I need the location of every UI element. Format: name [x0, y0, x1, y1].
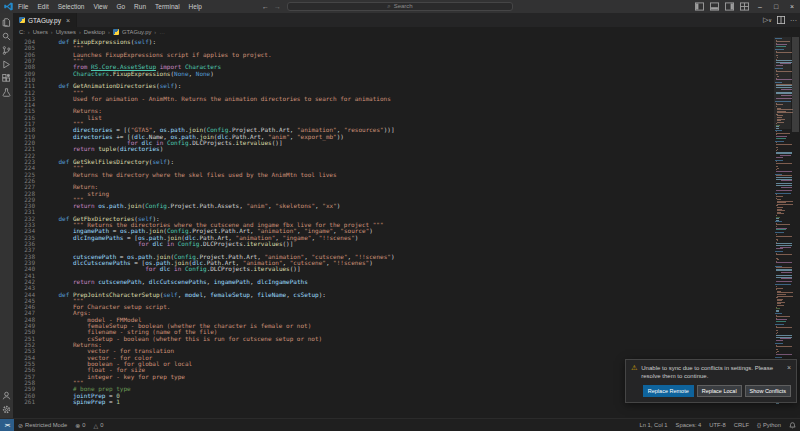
- status-0[interactable]: ⊗0: [71, 419, 89, 431]
- minimize-button[interactable]: –: [752, 0, 768, 13]
- more-actions-icon[interactable]: ···: [790, 17, 797, 24]
- breadcrumb-separator: ›: [28, 29, 30, 35]
- editor-tab-bar: GTAGuy.py ×: [13, 13, 800, 27]
- code-text: Used for animation - AnimMtn. Returns th…: [44, 96, 391, 102]
- breadcrumb-item[interactable]: Desktop: [84, 29, 105, 35]
- show-conflicts-button[interactable]: Show Conflicts: [745, 385, 791, 397]
- menu-bar: FileEditSelectionViewGoRunTerminalHelp: [18, 3, 202, 10]
- search-label: Search: [394, 3, 413, 9]
- status-restricted-mode[interactable]: ⊘Restricted Mode: [14, 419, 71, 431]
- menu-terminal[interactable]: Terminal: [155, 3, 180, 10]
- breadcrumb-item[interactable]: Users: [33, 29, 48, 35]
- status-bar-left: ⊘Restricted Mode⊗0△0: [14, 419, 636, 431]
- breadcrumb-symbol[interactable]: …: [159, 29, 165, 35]
- status-python[interactable]: {}Python: [753, 419, 785, 431]
- notification-buttons: Replace RemoteReplace LocalShow Conflict…: [631, 385, 791, 397]
- status-ln-1-col-1[interactable]: Ln 1, Col 1: [636, 419, 672, 431]
- notifications-bell-icon[interactable]: [785, 419, 800, 431]
- status-bar-right: Ln 1, Col 1Spaces: 4UTF-8CRLF{}Python: [636, 419, 800, 431]
- remote-indicator[interactable]: ><: [0, 419, 14, 431]
- status-icon: ⊘: [18, 422, 23, 429]
- code-text: spinePrep = 1: [44, 399, 120, 405]
- code-area[interactable]: 204 def FixupExpressions(self):205 """20…: [13, 39, 774, 405]
- vscode-window: FileEditSelectionViewGoRunTerminalHelp ←…: [0, 0, 800, 431]
- status-icon: △: [94, 422, 99, 429]
- activity-bar-top: [0, 15, 13, 99]
- warning-icon: ⚠: [631, 364, 637, 380]
- vscode-logo-icon: [4, 2, 13, 11]
- breadcrumb-separator: ›: [51, 29, 53, 35]
- maximize-button[interactable]: □: [768, 0, 784, 13]
- menu-view[interactable]: View: [93, 3, 107, 10]
- search-icon[interactable]: [0, 29, 13, 43]
- run-debug-icon[interactable]: [0, 57, 13, 71]
- breadcrumb: C:›Users›Ulysses›Desktop›GTAGuy.py›…: [13, 27, 800, 37]
- breadcrumb-separator: ›: [79, 29, 81, 35]
- forward-arrow-icon[interactable]: →: [274, 3, 281, 10]
- scrollbar-slider[interactable]: [792, 37, 799, 132]
- tab-gtaguy-py[interactable]: GTAGuy.py ×: [13, 13, 77, 27]
- code-editor[interactable]: 204 def FixupExpressions(self):205 """20…: [13, 37, 800, 418]
- minimap-viewport[interactable]: [774, 37, 791, 129]
- status-utf-8[interactable]: UTF-8: [705, 419, 729, 431]
- status-icon: {}: [757, 422, 761, 428]
- status-spaces-4[interactable]: Spaces: 4: [672, 419, 706, 431]
- status-icon: ⊗: [75, 422, 80, 429]
- code-text: return tuple(directories): [44, 146, 163, 152]
- toggle-panel-icon[interactable]: [710, 2, 719, 11]
- back-arrow-icon[interactable]: ←: [262, 3, 269, 10]
- code-text: def PrepJointsCharacterSetup(self, model…: [44, 292, 326, 298]
- menu-edit[interactable]: Edit: [37, 3, 48, 10]
- settings-icon[interactable]: [0, 402, 13, 416]
- menu-file[interactable]: File: [18, 3, 28, 10]
- sync-conflict-notification: ⚠ Unable to sync due to conflicts in set…: [625, 359, 797, 403]
- breadcrumb-separator: ›: [154, 29, 156, 35]
- extensions-icon[interactable]: [0, 71, 13, 85]
- breadcrumb-file[interactable]: GTAGuy.py: [122, 29, 151, 35]
- code-text: return os.path.join(Config.Project.Path.…: [44, 203, 340, 209]
- tab-label: GTAGuy.py: [28, 17, 61, 24]
- toggle-secondary-sidebar-icon[interactable]: [725, 2, 734, 11]
- title-bar: FileEditSelectionViewGoRunTerminalHelp ←…: [0, 0, 800, 13]
- breadcrumb-item[interactable]: C:: [19, 29, 25, 35]
- source-control-icon[interactable]: [0, 43, 13, 57]
- history-navigation: ← →: [262, 0, 281, 13]
- run-python-file-button[interactable]: ▷∨: [763, 16, 772, 24]
- notification-message: Unable to sync due to conflicts in setti…: [641, 364, 783, 380]
- toggle-sidebar-icon[interactable]: [695, 2, 704, 11]
- activity-bar: [0, 13, 13, 418]
- notification-close-icon[interactable]: ×: [787, 364, 791, 380]
- search-icon: ⌕: [387, 3, 390, 10]
- close-window-button[interactable]: ×: [784, 0, 800, 13]
- status-bar: >< ⊘Restricted Mode⊗0△0 Ln 1, Col 1Space…: [0, 418, 800, 431]
- menu-selection[interactable]: Selection: [58, 3, 85, 10]
- status-crlf[interactable]: CRLF: [730, 419, 753, 431]
- account-icon[interactable]: [0, 388, 13, 402]
- explorer-icon[interactable]: [0, 15, 13, 29]
- menu-run[interactable]: Run: [134, 3, 146, 10]
- testing-icon[interactable]: [0, 85, 13, 99]
- menu-help[interactable]: Help: [189, 3, 202, 10]
- title-bar-controls: – □ ×: [692, 0, 800, 13]
- code-text: Characters.FixupExpressions(None, None): [44, 71, 214, 77]
- activity-bar-bottom: [0, 388, 13, 416]
- code-text: return cutscenePath, dlcCutscenePaths, i…: [44, 279, 308, 285]
- status-0[interactable]: △0: [90, 419, 108, 431]
- menu-go[interactable]: Go: [116, 3, 125, 10]
- code-text: Returns the directory where the skel fil…: [44, 172, 337, 178]
- customize-layout-icon[interactable]: [740, 2, 749, 11]
- python-file-icon: [19, 17, 25, 23]
- python-file-icon: [113, 29, 119, 35]
- breadcrumb-separator: ›: [108, 29, 110, 35]
- tab-close-icon[interactable]: ×: [66, 17, 70, 24]
- line-number[interactable]: 261: [13, 399, 44, 405]
- code-text: for dlc in Config.DLCProjects.itervalues…: [44, 266, 301, 272]
- replace-remote-button[interactable]: Replace Remote: [643, 385, 694, 397]
- split-editor-icon[interactable]: [777, 16, 785, 24]
- replace-local-button[interactable]: Replace Local: [697, 385, 742, 397]
- code-text: for dlc in Config.DLCProjects.itervalues…: [44, 241, 293, 247]
- command-center-search[interactable]: ⌕ Search: [287, 2, 513, 12]
- breadcrumb-item[interactable]: Ulysses: [56, 29, 76, 35]
- editor-actions: ▷∨ ···: [763, 13, 797, 27]
